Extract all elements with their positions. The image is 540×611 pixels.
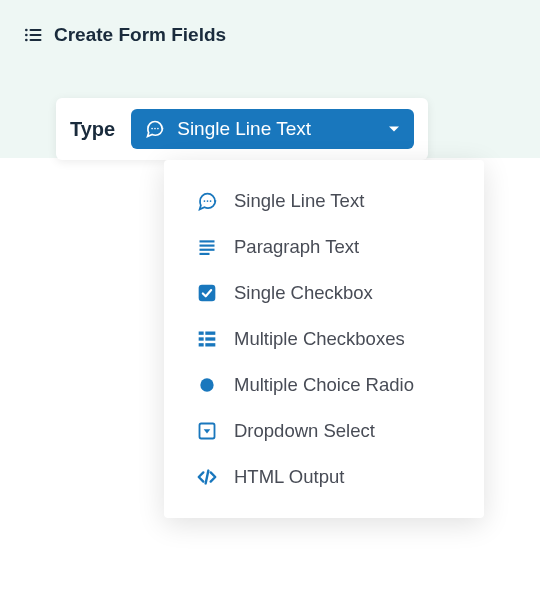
svg-point-4	[25, 39, 28, 42]
type-option-label: Single Line Text	[234, 190, 364, 212]
type-option-label: Multiple Choice Radio	[234, 374, 414, 396]
form-fields-icon	[22, 24, 44, 46]
type-option-label: Single Checkbox	[234, 282, 373, 304]
svg-point-0	[25, 29, 28, 32]
type-label: Type	[70, 118, 115, 141]
svg-point-10	[206, 200, 208, 202]
svg-rect-15	[200, 253, 210, 255]
type-option-label: HTML Output	[234, 466, 344, 488]
svg-rect-18	[205, 332, 215, 335]
svg-rect-12	[200, 240, 215, 242]
svg-point-9	[203, 200, 205, 202]
type-option-single-checkbox[interactable]: Single Checkbox	[164, 270, 484, 316]
svg-point-11	[209, 200, 211, 202]
code-icon	[196, 466, 218, 488]
circle-icon	[196, 374, 218, 396]
svg-rect-22	[205, 343, 215, 346]
type-option-label: Multiple Checkboxes	[234, 328, 405, 350]
svg-point-2	[25, 34, 28, 37]
chat-icon	[196, 190, 218, 212]
svg-rect-17	[199, 332, 204, 335]
chat-icon	[145, 119, 165, 139]
type-card: Type Single Line Text	[56, 98, 428, 160]
lines-icon	[196, 236, 218, 258]
svg-rect-19	[199, 337, 204, 340]
type-dropdown-selected-label: Single Line Text	[177, 118, 376, 140]
svg-line-25	[206, 471, 209, 484]
caret-down-icon	[388, 123, 400, 135]
svg-rect-16	[199, 285, 216, 302]
page-header: Create Form Fields	[22, 24, 226, 46]
type-dropdown-menu: Single Line Text Paragraph Text Single C…	[164, 160, 484, 518]
type-option-multiple-checkboxes[interactable]: Multiple Checkboxes	[164, 316, 484, 362]
type-option-paragraph-text[interactable]: Paragraph Text	[164, 224, 484, 270]
type-option-html-output[interactable]: HTML Output	[164, 454, 484, 500]
type-dropdown-button[interactable]: Single Line Text	[131, 109, 414, 149]
svg-rect-20	[205, 337, 215, 340]
type-option-single-line-text[interactable]: Single Line Text	[164, 178, 484, 224]
type-option-label: Dropdown Select	[234, 420, 375, 442]
type-option-multiple-choice-radio[interactable]: Multiple Choice Radio	[164, 362, 484, 408]
svg-point-8	[157, 128, 159, 130]
svg-rect-21	[199, 343, 204, 346]
dropdown-icon	[196, 420, 218, 442]
svg-rect-14	[200, 249, 215, 251]
page-title: Create Form Fields	[54, 24, 226, 46]
type-option-dropdown-select[interactable]: Dropdown Select	[164, 408, 484, 454]
grid-icon	[196, 328, 218, 350]
type-option-label: Paragraph Text	[234, 236, 359, 258]
svg-point-6	[151, 128, 153, 130]
checkbox-icon	[196, 282, 218, 304]
svg-point-23	[200, 378, 213, 391]
svg-rect-13	[200, 245, 215, 247]
svg-point-7	[154, 128, 156, 130]
